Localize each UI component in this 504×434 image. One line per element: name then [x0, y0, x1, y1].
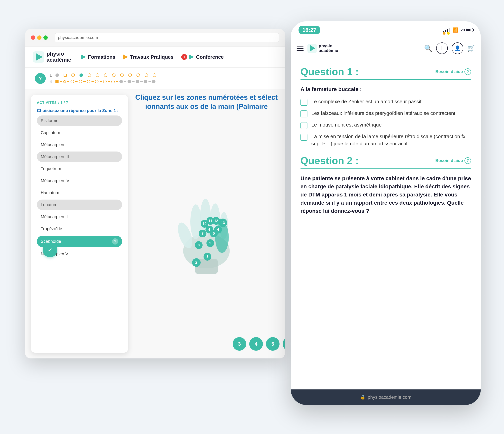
checkbox-text-3: La mise en tension de la lame supérieure… — [311, 133, 471, 147]
option-label-2: Métacarpien I — [41, 142, 66, 147]
connector — [132, 81, 135, 82]
nav-travaux[interactable]: Travaux Pratiques — [123, 54, 173, 60]
checkbox-0[interactable] — [300, 99, 307, 106]
url-bar[interactable]: physioacademie.com — [55, 33, 279, 42]
formations-label: Formations — [88, 54, 116, 60]
quiz-option-6[interactable]: Hamatum — [37, 187, 122, 198]
prog-dot — [55, 80, 59, 83]
nav-btn-3[interactable]: 3 — [233, 337, 246, 351]
q1-stem: A la fermeture buccale : — [300, 85, 471, 93]
lock-icon: 🔒 — [360, 395, 365, 400]
quiz-option-7[interactable]: Lunatum — [37, 200, 122, 210]
connector — [149, 75, 152, 76]
prog-dot — [55, 73, 59, 77]
svg-text:4: 4 — [217, 228, 219, 231]
conference-label: Conférence — [196, 54, 224, 60]
phone-content: Question 1 : Besoin d'aide ? A la fermet… — [291, 58, 481, 390]
quiz-options: Pisiforme Capitatum Métacarpien I Métaca… — [37, 115, 122, 259]
svg-text:13: 13 — [221, 221, 225, 225]
q1-option-0[interactable]: Le complexe de Zenker est un amortisseur… — [300, 98, 471, 106]
quiz-option-8[interactable]: Métacarpien II — [37, 212, 122, 222]
checkbox-3[interactable] — [300, 134, 307, 141]
user-icon[interactable]: 👤 — [452, 43, 463, 54]
q2-divider — [300, 168, 471, 168]
battery-level: 29 — [460, 28, 465, 32]
nav-formations[interactable]: Formations — [81, 54, 116, 60]
need-help-2[interactable]: Besoin d'aide ? — [435, 157, 471, 164]
desktop-browser: physioacademie.com physio académie Forma… — [25, 29, 285, 358]
nav-btn-4[interactable]: 4 — [249, 337, 263, 351]
question2-title: Question 2 : Besoin d'aide ? — [300, 155, 471, 167]
quiz-option-2[interactable]: Métacarpien I — [37, 140, 122, 150]
main-content: ACTIVITÉS : 1 / 7 Choisissez une réponse… — [25, 89, 285, 358]
quiz-option-5[interactable]: Métacarpien IV — [37, 176, 122, 186]
prog-dot — [63, 74, 67, 77]
search-icon[interactable]: 🔍 — [424, 44, 432, 52]
signal-icon — [443, 28, 450, 32]
quiz-option-4[interactable]: Triquetrum — [37, 164, 122, 174]
question1-title-text: Question 1 : — [300, 66, 359, 78]
info-icon[interactable]: i — [436, 43, 448, 54]
option-label-4: Triquetrum — [41, 166, 61, 171]
nav-btn-6[interactable]: 6 — [283, 337, 285, 351]
conference-badge: 1 — [181, 54, 187, 60]
window-controls — [31, 35, 48, 40]
logo[interactable]: physio académie — [33, 51, 71, 63]
connector — [92, 75, 95, 76]
question2-section: Question 2 : Besoin d'aide ? Une patient… — [300, 155, 471, 215]
nav-conference[interactable]: 1 Conférence — [181, 54, 224, 60]
svg-text:7: 7 — [202, 231, 204, 235]
phone-logo[interactable]: physio académie — [307, 44, 338, 53]
hamburger-menu[interactable] — [297, 46, 304, 51]
connector — [91, 81, 94, 82]
connector — [67, 81, 69, 82]
checkbox-2[interactable] — [300, 122, 307, 129]
quiz-option-1[interactable]: Capitatum — [37, 127, 122, 138]
help-button[interactable]: ? — [35, 73, 46, 84]
prog-dot — [104, 73, 107, 77]
fullscreen-dot[interactable] — [44, 35, 48, 40]
prog-dot — [153, 73, 156, 77]
nav-number-buttons: 3 4 5 6 — [233, 337, 285, 351]
minimize-dot[interactable] — [37, 35, 42, 40]
logo-text: physio académie — [46, 51, 71, 63]
progress-row-2: 4 — [50, 80, 275, 84]
question2-title-text: Question 2 : — [300, 155, 359, 167]
svg-text:3: 3 — [207, 255, 208, 259]
verify-button[interactable]: ✓ — [43, 243, 57, 257]
row1-label: 1 — [50, 73, 54, 78]
battery-icon — [466, 28, 473, 32]
connector — [60, 75, 63, 76]
checkbox-1[interactable] — [300, 110, 307, 117]
wifi-icon: 📶 — [452, 27, 458, 33]
option-label-8: Métacarpien II — [41, 214, 68, 219]
connector — [116, 81, 118, 82]
quiz-option-0[interactable]: Pisiforme — [37, 115, 122, 126]
q1-options: Le complexe de Zenker est un amortisseur… — [300, 98, 471, 147]
phone-device: 16:27 📶 29 — [291, 21, 481, 405]
phone-status-bar: 16:27 📶 29 — [291, 21, 481, 39]
option-label-7: Lunatum — [41, 202, 57, 207]
travaux-arrow-icon — [123, 54, 128, 60]
q1-divider — [300, 79, 471, 80]
connector — [84, 75, 86, 76]
q1-option-3[interactable]: La mise en tension de la lame supérieure… — [300, 133, 471, 147]
quiz-option-3[interactable]: Métacarpien III — [37, 151, 122, 162]
q1-option-2[interactable]: Le mouvement est asymétrique — [300, 121, 471, 129]
connector — [108, 81, 110, 82]
prog-dot — [103, 80, 107, 83]
quiz-option-9[interactable]: Trapézoïde — [37, 224, 122, 234]
svg-text:8: 8 — [198, 243, 200, 247]
need-help-1[interactable]: Besoin d'aide ? — [435, 68, 471, 75]
quiz-instruction: Choisissez une réponse pour la Zone 1 : — [37, 108, 122, 114]
connector — [125, 75, 127, 76]
help-question-icon-2: ? — [464, 157, 471, 164]
svg-text:6: 6 — [208, 228, 210, 231]
svg-text:12: 12 — [214, 219, 218, 223]
nav-btn-5[interactable]: 5 — [266, 337, 279, 351]
cart-icon[interactable]: 🛒 — [467, 44, 475, 52]
close-dot[interactable] — [31, 35, 35, 40]
phone-logo-line2: académie — [319, 48, 338, 53]
prog-dot — [80, 73, 83, 77]
q1-option-1[interactable]: Les faisceaux inférieurs des ptérygoïdie… — [300, 110, 471, 117]
